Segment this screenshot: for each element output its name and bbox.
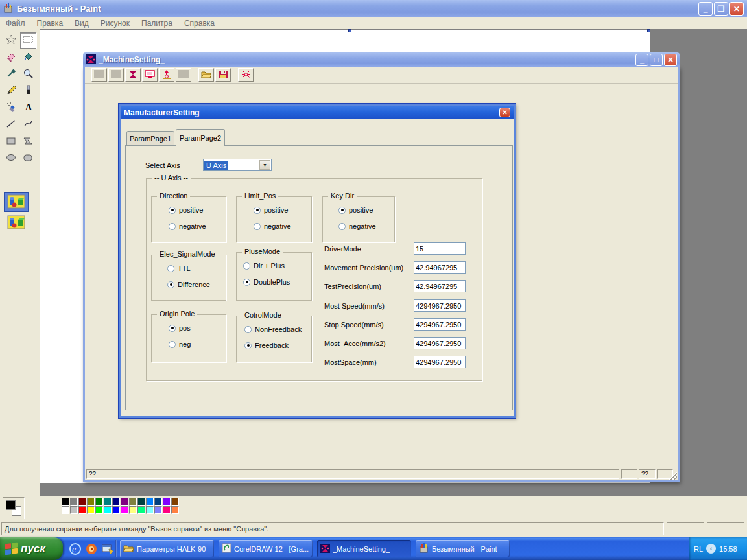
menu-item-4[interactable]: Палитра (136, 18, 178, 29)
machine-toolbar-button-open-folder-6[interactable] (198, 68, 214, 82)
language-indicator[interactable]: RL (694, 545, 703, 553)
radio-button[interactable] (244, 342, 252, 349)
tab-parampage1[interactable]: ParamPage1 (126, 131, 174, 146)
color-swatch-7[interactable] (121, 498, 128, 506)
radio-button[interactable] (243, 262, 250, 270)
tool-rectangle[interactable] (3, 134, 19, 150)
radio-option-positive[interactable]: positive (169, 206, 203, 214)
color-swatch-23[interactable] (137, 506, 145, 514)
color-swatch-16[interactable] (78, 506, 86, 514)
menu-item-5[interactable]: Справка (178, 18, 220, 29)
machine-toolbar-button-monitor-3[interactable] (142, 68, 158, 82)
tool-fill[interactable] (20, 49, 36, 65)
radio-option-ttl[interactable]: TTL (167, 264, 191, 272)
field-input-most-speed-mm-s-[interactable] (414, 299, 466, 312)
selection-option-2[interactable] (4, 213, 29, 233)
machine-toolbar-button-blank-5[interactable] (176, 68, 191, 82)
radio-option-negative[interactable]: negative (338, 222, 376, 230)
color-swatch-26[interactable] (163, 506, 171, 514)
machine-minimize-button[interactable]: _ (635, 54, 648, 66)
combobox-dropdown-button[interactable]: ▼ (259, 160, 270, 170)
radio-option-freedback[interactable]: Freedback (244, 342, 289, 349)
field-input-mostspace-mm-[interactable] (414, 356, 466, 368)
radio-button[interactable] (338, 207, 346, 214)
paint-titlebar[interactable]: Безымянный - Paint _ ❐ ✕ (0, 0, 747, 18)
field-input-stop-speed-mm-s-[interactable] (414, 318, 466, 331)
tool-ellipse[interactable] (3, 150, 19, 167)
tool-magnifier[interactable] (20, 66, 36, 82)
machine-toolbar-button-blank-1[interactable] (108, 68, 124, 82)
tool-line[interactable] (3, 117, 19, 133)
tool-color-picker[interactable] (3, 66, 19, 82)
show-desktop-icon[interactable] (101, 542, 114, 555)
color-swatch-13[interactable] (171, 498, 179, 506)
color-swatch-1[interactable] (70, 498, 78, 506)
minimize-button[interactable]: _ (698, 2, 713, 16)
media-player-icon[interactable] (85, 542, 98, 555)
color-swatch-9[interactable] (137, 498, 145, 506)
field-input-testprecision-um-[interactable] (414, 280, 466, 292)
color-swatch-5[interactable] (104, 498, 112, 506)
tool-brush[interactable] (20, 83, 36, 99)
canvas-resize-handle-corner[interactable] (647, 29, 650, 32)
radio-button[interactable] (167, 281, 174, 288)
radio-option-nonfreedback[interactable]: NonFreedback (244, 325, 302, 333)
radio-button[interactable] (338, 223, 346, 230)
machine-maximize-button[interactable]: □ (650, 54, 663, 66)
selection-option-1[interactable] (4, 192, 29, 212)
radio-button[interactable] (169, 223, 176, 230)
radio-button[interactable] (169, 325, 176, 332)
radio-button[interactable] (254, 207, 261, 214)
color-swatch-27[interactable] (171, 506, 179, 514)
task-button-paint[interactable]: Безымянный - Paint (416, 540, 510, 557)
color-swatch-20[interactable] (112, 506, 120, 514)
tool-pencil[interactable] (3, 83, 19, 99)
tool-curve[interactable] (20, 117, 36, 133)
color-swatch-8[interactable] (129, 498, 137, 506)
start-button[interactable]: пуск (0, 537, 63, 560)
radio-button[interactable] (167, 265, 174, 272)
radio-button[interactable] (169, 207, 176, 214)
menu-item-3[interactable]: Рисунок (95, 18, 136, 29)
color-swatch-22[interactable] (129, 506, 137, 514)
radio-button[interactable] (169, 341, 176, 348)
close-button[interactable]: ✕ (729, 2, 744, 16)
machine-close-button[interactable]: ✕ (664, 54, 677, 66)
radio-option-difference[interactable]: Difference (167, 281, 210, 288)
color-swatch-6[interactable] (112, 498, 120, 506)
tool-rounded-rectangle[interactable] (20, 150, 36, 167)
radio-option-positive[interactable]: positive (338, 206, 373, 214)
dialog-close-button[interactable]: ✕ (499, 108, 510, 117)
machine-toolbar-button-transform-2[interactable] (125, 68, 141, 82)
chevron-left-icon[interactable]: ‹ (706, 544, 716, 554)
field-input-most-acce-mm-s2-[interactable] (414, 337, 466, 349)
color-swatch-4[interactable] (95, 498, 103, 506)
tool-polygon[interactable] (20, 134, 36, 150)
canvas-resize-handle-top[interactable] (348, 29, 351, 32)
tool-free-form-select[interactable] (3, 32, 19, 49)
color-swatch-11[interactable] (154, 498, 162, 506)
color-swatch-21[interactable] (121, 506, 128, 514)
color-swatch-17[interactable] (87, 506, 95, 514)
machinesetting-titlebar[interactable]: _MachineSetting_ _ □ ✕ (83, 52, 680, 67)
tool-text[interactable]: A (20, 100, 36, 116)
restore-button[interactable]: ❐ (714, 2, 728, 16)
radio-option-negative[interactable]: negative (169, 222, 206, 230)
machine-toolbar-button-origin-star-8[interactable] (238, 68, 254, 82)
menu-item-1[interactable]: Правка (31, 18, 69, 29)
tool-eraser[interactable] (3, 49, 19, 65)
task-button-folder[interactable]: Параметры HALK-90 (120, 540, 214, 557)
tab-parampage2[interactable]: ParamPage2 (176, 129, 225, 146)
machine-toolbar-button-axis-home-4[interactable] (159, 68, 174, 82)
tool-airbrush[interactable] (3, 100, 19, 116)
color-swatch-14[interactable] (62, 506, 69, 514)
color-swatch-18[interactable] (95, 506, 103, 514)
task-button-coreldraw[interactable]: CorelDRAW 12 - [Gra... (219, 540, 313, 557)
resize-grip[interactable] (669, 471, 677, 480)
color-swatch-24[interactable] (146, 506, 154, 514)
color-swatch-3[interactable] (87, 498, 95, 506)
menu-item-2[interactable]: Вид (69, 18, 95, 29)
internet-explorer-icon[interactable]: e (69, 542, 82, 555)
select-axis-combobox[interactable]: U Axis ▼ (203, 159, 272, 171)
radio-option-neg[interactable]: neg (169, 340, 191, 348)
